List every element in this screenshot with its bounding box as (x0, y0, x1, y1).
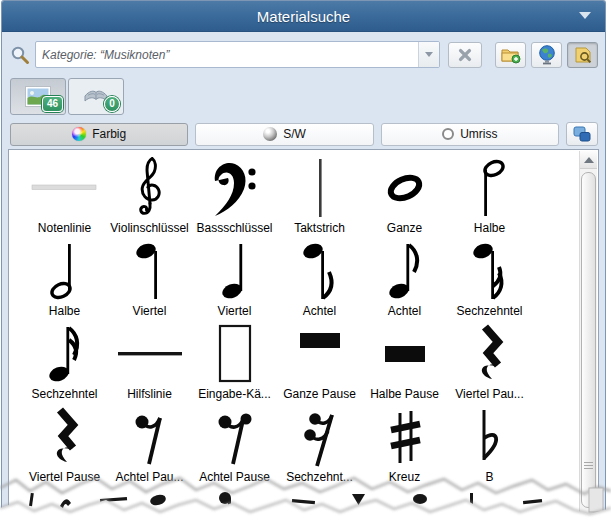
scrollbar-up-button[interactable] (580, 151, 597, 169)
results-list: NotenlinieViolinschlüsselBassschlüsselTa… (8, 149, 599, 517)
sharp-symbol (387, 405, 423, 469)
filter-sw-button[interactable]: S/W (195, 123, 373, 146)
filter-farbig-label: Farbig (92, 127, 126, 141)
grid-item[interactable]: Eingabe-Kä... (192, 322, 277, 405)
grid-item[interactable]: Viertel Pau... (447, 322, 532, 405)
add-category-button[interactable] (495, 42, 526, 68)
grid-item[interactable]: Hilfslinie (107, 322, 192, 405)
eighth-rest-alt-symbol (213, 405, 257, 469)
grid-item[interactable]: Taktstrich (277, 156, 362, 239)
grid-item[interactable]: Sechzehntel (22, 322, 107, 405)
bw-sphere-icon (263, 127, 277, 141)
result-tabs: 46 0 (10, 78, 605, 115)
search-input[interactable] (36, 42, 418, 67)
bass-clef-symbol (212, 156, 258, 220)
grid-item-label: Achtel Pau... (115, 470, 183, 484)
quarter-rest-symbol (45, 405, 85, 469)
grid-item[interactable]: Sechzehntel (447, 239, 532, 322)
materials-count-badge: 0 (104, 96, 120, 112)
grid-item[interactable]: Ganze (362, 156, 447, 239)
grid-item[interactable]: Viertel Pause (22, 405, 107, 488)
tag-search-icon (574, 46, 592, 64)
tab-images[interactable]: 46 (10, 78, 66, 115)
tab-materials[interactable]: 0 (68, 78, 124, 115)
whole-rest-symbol (295, 322, 345, 386)
search-field-wrapper (35, 41, 440, 68)
grid-item[interactable]: Achtel (277, 239, 362, 322)
staff-line-symbol (30, 156, 100, 220)
cascade-icon (573, 126, 591, 142)
results-grid: NotenlinieViolinschlüsselBassschlüsselTa… (9, 150, 580, 516)
grid-item-label: Ganze (387, 221, 422, 235)
filter-umriss-label: Umriss (460, 127, 497, 141)
grid-item[interactable]: Halbe Pause (362, 322, 447, 405)
clear-search-button[interactable] (448, 42, 482, 68)
quarter-rest-symbol (470, 322, 510, 386)
grid-item[interactable]: B (447, 405, 532, 488)
grid-item-label: Halbe (49, 304, 80, 318)
half-note-up-symbol (49, 239, 81, 303)
folder-add-icon (501, 46, 521, 64)
grid-item[interactable]: Viertel (192, 239, 277, 322)
sixteenth-note-up-symbol (46, 322, 84, 386)
grid-item-label: Hilfslinie (127, 387, 172, 401)
treble-clef-symbol (137, 156, 163, 220)
grid-item[interactable]: Achtel Pause (192, 405, 277, 488)
grid-item[interactable]: Achtel (362, 239, 447, 322)
grid-item-label: Sechzehnt... (286, 470, 353, 484)
grid-item[interactable]: Halbe (447, 156, 532, 239)
title-bar: Materialsuche (2, 1, 605, 32)
grid-item-label: Achtel (303, 304, 336, 318)
grid-item-label: Ganze Pause (283, 387, 356, 401)
eighth-note-up-symbol (386, 239, 424, 303)
panel-collapse-arrow-icon[interactable] (579, 12, 591, 19)
grid-item[interactable]: Halbe (22, 239, 107, 322)
eighth-note-down-symbol (301, 239, 339, 303)
flat-symbol (476, 405, 504, 469)
eighth-rest-symbol (130, 405, 170, 469)
search-icon (10, 45, 30, 65)
input-box-symbol (216, 322, 254, 386)
grid-item-label: Sechzehntel (31, 387, 97, 401)
grid-item[interactable]: Viertel (107, 239, 192, 322)
sixteenth-note-down-symbol (471, 239, 509, 303)
grid-item[interactable]: Ganze Pause (277, 322, 362, 405)
grid-item[interactable]: Kreuz (362, 405, 447, 488)
search-dropdown-button[interactable] (418, 42, 439, 67)
grid-item-label: Halbe (474, 221, 505, 235)
thumb-grip (584, 460, 593, 471)
grid-item[interactable]: Bassschlüssel (192, 156, 277, 239)
half-rest-symbol (380, 322, 430, 386)
grid-item[interactable]: Notenlinie (22, 156, 107, 239)
close-icon (458, 48, 472, 62)
whole-note-symbol (382, 156, 428, 220)
grid-item[interactable]: Sechzehnt... (277, 405, 362, 488)
category-search-button[interactable] (567, 42, 598, 68)
grid-item-label: Viertel (218, 304, 252, 318)
grid-item-label: B (485, 470, 493, 484)
half-note-down-symbol (474, 156, 506, 220)
scrollbar-thumb[interactable] (581, 172, 596, 508)
quarter-note-down-symbol (134, 239, 166, 303)
filter-farbig-button[interactable]: Farbig (10, 123, 188, 146)
grid-item-label: Viertel Pau... (455, 387, 523, 401)
quarter-note-up-symbol (219, 239, 251, 303)
grid-item-label: Achtel Pause (199, 470, 270, 484)
grid-item-label: Eingabe-Kä... (198, 387, 271, 401)
view-options-button[interactable] (566, 122, 598, 146)
search-toolbar (10, 41, 598, 68)
vertical-scrollbar[interactable] (579, 151, 597, 516)
outline-circle-icon (442, 128, 454, 140)
filter-umriss-button[interactable]: Umriss (381, 123, 559, 146)
grid-item[interactable]: Achtel Pau... (107, 405, 192, 488)
filter-sw-label: S/W (283, 127, 306, 141)
grid-item-label: Notenlinie (38, 221, 91, 235)
grid-item-label: Kreuz (389, 470, 420, 484)
sixteenth-rest-symbol (300, 405, 340, 469)
bar-line-symbol (315, 156, 325, 220)
grid-item[interactable]: Violinschlüssel (107, 156, 192, 239)
online-search-button[interactable] (531, 42, 562, 68)
images-count-badge: 46 (42, 96, 63, 112)
grid-item-label: Bassschlüssel (196, 221, 272, 235)
chevron-down-icon (425, 52, 433, 57)
